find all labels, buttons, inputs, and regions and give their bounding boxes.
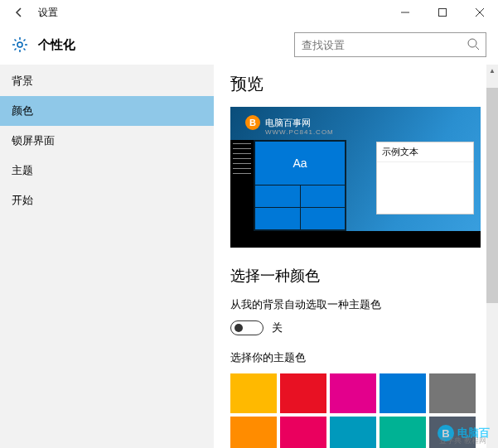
color-swatch[interactable] [280, 373, 326, 413]
color-swatch[interactable] [230, 417, 277, 448]
titlebar: 设置 [0, 0, 498, 25]
svg-point-4 [17, 42, 22, 47]
svg-line-6 [476, 46, 479, 50]
search-wrap [294, 32, 486, 57]
toggle-track [230, 320, 264, 335]
arrow-left-icon [13, 7, 25, 18]
watermark-text: 电脑百事网 [265, 117, 311, 129]
preview-tile-big: Aa [255, 142, 345, 185]
preview-startmenu-left [230, 140, 254, 231]
sidebar-item-lockscreen[interactable]: 锁屏界面 [0, 126, 214, 156]
auto-pick-label: 从我的背景自动选取一种主题色 [230, 297, 481, 312]
page-title: 个性化 [38, 37, 75, 53]
preview-box: B 电脑百事网 WWW.PC841.COM Aa 示例文本 [230, 107, 481, 248]
choose-color-heading: 选择一种颜色 [230, 266, 481, 286]
preview-heading: 预览 [230, 73, 481, 95]
scroll-thumb[interactable] [486, 88, 498, 303]
toggle-thumb [234, 324, 243, 332]
sidebar-item-colors[interactable]: 颜色 [0, 96, 214, 126]
color-swatch[interactable] [429, 373, 476, 413]
watermark-logo-icon: B [245, 115, 260, 130]
preview-startmenu: Aa [230, 140, 346, 231]
color-swatch[interactable] [230, 373, 277, 413]
back-button[interactable] [7, 0, 31, 25]
minimize-icon [401, 8, 409, 17]
corner-watermark-sub: 查字典 教程网 [439, 436, 486, 446]
accent-color-label: 选择你的主题色 [230, 350, 481, 365]
sidebar-item-background[interactable]: 背景 [0, 66, 214, 96]
color-swatch[interactable] [380, 417, 426, 448]
color-swatch[interactable] [330, 417, 376, 448]
window-controls [386, 0, 498, 25]
window-title: 设置 [38, 6, 58, 20]
svg-rect-1 [438, 9, 446, 17]
header: 个性化 [0, 25, 498, 65]
scroll-up-icon[interactable]: ▲ [486, 65, 498, 76]
preview-tiles: Aa [254, 140, 346, 231]
sidebar-item-start[interactable]: 开始 [0, 185, 214, 215]
search-input[interactable] [294, 32, 486, 57]
preview-window: 示例文本 [376, 142, 474, 214]
content: 预览 B 电脑百事网 WWW.PC841.COM Aa 示例文本 选择一种颜 [214, 65, 498, 448]
preview-window-title: 示例文本 [377, 142, 473, 162]
maximize-button[interactable] [423, 0, 461, 25]
search-icon [467, 38, 480, 51]
close-icon [476, 8, 484, 17]
toggle-state-label: 关 [272, 320, 283, 335]
auto-pick-toggle[interactable]: 关 [230, 320, 481, 335]
maximize-icon [438, 8, 447, 17]
scrollbar[interactable]: ▲ [486, 65, 498, 448]
color-swatch[interactable] [330, 373, 376, 413]
gear-icon [12, 36, 28, 53]
svg-point-5 [468, 39, 476, 47]
watermark-sub: WWW.PC841.COM [265, 128, 334, 136]
color-swatch[interactable] [380, 373, 426, 413]
sidebar: 背景 颜色 锁屏界面 主题 开始 [0, 65, 214, 448]
minimize-button[interactable] [386, 0, 423, 25]
preview-taskbar [230, 231, 481, 248]
sidebar-item-themes[interactable]: 主题 [0, 156, 214, 185]
color-swatch[interactable] [280, 417, 326, 448]
close-button[interactable] [461, 0, 498, 25]
